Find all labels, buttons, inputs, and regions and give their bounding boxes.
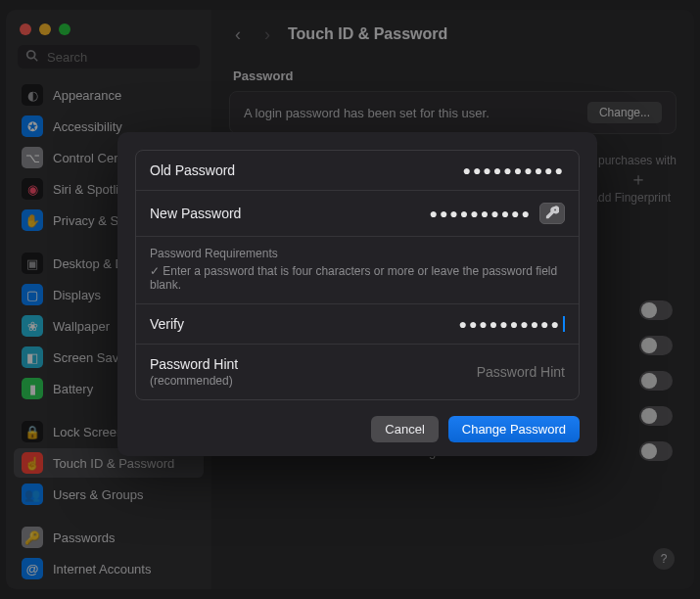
password-hint-row: Password Hint (recommended) — [136, 345, 579, 399]
hint-label-sub: (recommended) — [150, 374, 326, 388]
password-form: Old Password New Password Password Requi… — [135, 150, 580, 400]
requirements-title: Password Requirements — [150, 247, 565, 260]
hint-label-text: Password Hint — [150, 356, 238, 372]
key-icon — [545, 206, 559, 222]
old-password-label: Old Password — [150, 162, 326, 178]
old-password-row: Old Password — [136, 151, 579, 191]
password-hint-input[interactable] — [389, 364, 565, 380]
cancel-button[interactable]: Cancel — [371, 416, 438, 442]
change-password-dialog: Old Password New Password Password Requi… — [117, 132, 597, 456]
new-password-row: New Password — [136, 191, 579, 237]
dialog-actions: Cancel Change Password — [117, 400, 597, 442]
requirements-text: Enter a password that is four characters… — [150, 264, 565, 292]
old-password-input[interactable] — [389, 162, 565, 178]
new-password-label: New Password — [150, 206, 326, 221]
verify-password-input[interactable] — [389, 316, 565, 332]
hint-label: Password Hint (recommended) — [150, 356, 326, 388]
verify-password-row: Verify — [136, 304, 579, 345]
password-suggestion-button[interactable] — [539, 203, 565, 224]
new-password-input[interactable] — [355, 206, 532, 221]
change-password-submit[interactable]: Change Password — [448, 416, 580, 442]
password-requirements: Password Requirements Enter a password t… — [136, 237, 579, 304]
verify-label: Verify — [150, 316, 326, 332]
